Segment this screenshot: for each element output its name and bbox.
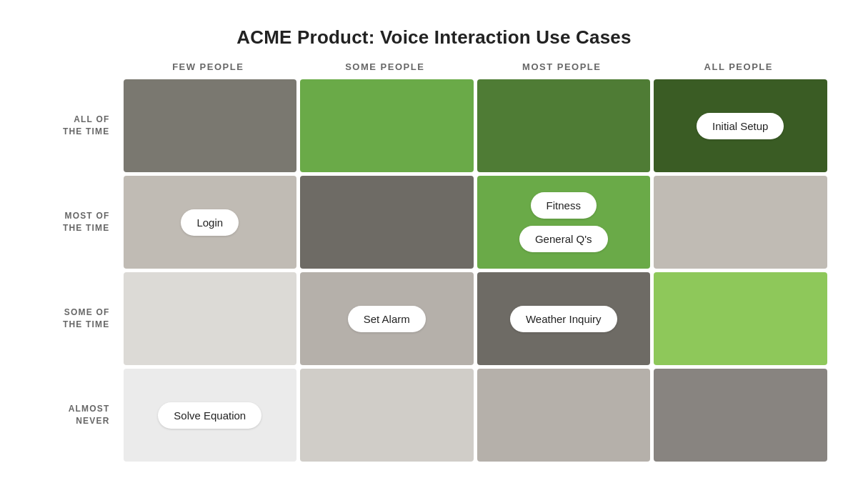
card-set-alarm: Set Alarm bbox=[348, 306, 426, 332]
cell-r4c3 bbox=[477, 369, 651, 462]
card-login: Login bbox=[181, 209, 239, 236]
cell-r2c1: Login bbox=[124, 176, 297, 269]
chart-container: ACME Product: Voice Interaction Use Case… bbox=[41, 26, 827, 462]
col-header-most-people: MOST PEOPLE bbox=[474, 61, 651, 76]
column-headers: FEW PEOPLE SOME PEOPLE MOST PEOPLE ALL P… bbox=[41, 61, 827, 76]
grid-body: ALL OF THE TIME Initial Setup MOST OF TH… bbox=[41, 79, 827, 462]
col-header-some-people: SOME PEOPLE bbox=[296, 61, 474, 76]
card-initial-setup: Initial Setup bbox=[697, 113, 784, 139]
chart-title: ACME Product: Voice Interaction Use Case… bbox=[41, 26, 827, 49]
cell-r1c3 bbox=[477, 79, 651, 172]
cell-r3c1 bbox=[124, 272, 297, 365]
row-label-almost-never: ALMOST NEVER bbox=[41, 369, 120, 462]
cell-r2c3: Fitness General Q's bbox=[477, 176, 651, 269]
card-general-qs: General Q's bbox=[519, 226, 608, 252]
col-header-few-people: FEW PEOPLE bbox=[120, 61, 297, 76]
cell-r2c4 bbox=[654, 176, 827, 269]
row-label-most-of-the-time: MOST OF THE TIME bbox=[41, 176, 120, 269]
row-label-all-of-the-time: ALL OF THE TIME bbox=[41, 79, 120, 172]
cell-r4c1: Solve Equation bbox=[124, 369, 297, 462]
cell-r4c4 bbox=[654, 369, 827, 462]
cell-r1c2 bbox=[300, 79, 474, 172]
card-solve-equation: Solve Equation bbox=[158, 402, 261, 429]
cell-r3c2: Set Alarm bbox=[300, 272, 474, 365]
cell-r3c3: Weather Inquiry bbox=[477, 272, 651, 365]
cell-r2c2 bbox=[300, 176, 474, 269]
cell-r1c1 bbox=[124, 79, 297, 172]
col-header-all-people: ALL PEOPLE bbox=[650, 61, 827, 76]
cell-r1c4: Initial Setup bbox=[654, 79, 827, 172]
row-label-some-of-the-time: SOME OF THE TIME bbox=[41, 272, 120, 365]
card-fitness: Fitness bbox=[531, 192, 597, 219]
col-header-spacer bbox=[41, 61, 120, 76]
cell-r3c4 bbox=[654, 272, 827, 365]
card-weather-inquiry: Weather Inquiry bbox=[510, 306, 617, 332]
cell-r4c2 bbox=[300, 369, 474, 462]
